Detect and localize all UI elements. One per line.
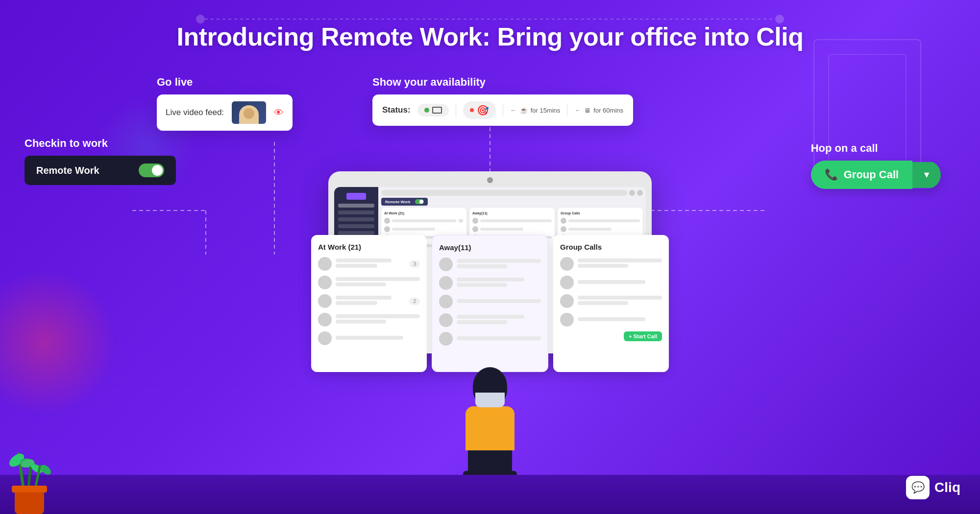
away-avatar-5 bbox=[439, 332, 453, 346]
atwork-line-2b bbox=[336, 282, 386, 286]
monitor-duration: for 60mins bbox=[593, 107, 623, 114]
gc-row-1 bbox=[560, 257, 662, 271]
status-online-btn[interactable] bbox=[417, 104, 449, 117]
app-col-atwork-title: At Work (21) bbox=[384, 211, 464, 215]
cliq-logo-text: Cliq bbox=[934, 480, 960, 495]
call-section: Hop on a call 📞 Group Call ▼ bbox=[811, 142, 941, 189]
gc-avatar-4 bbox=[560, 313, 574, 327]
checkin-label: Checkin to work bbox=[24, 137, 176, 150]
atwork-line-5a bbox=[336, 336, 403, 340]
atwork-avatar-5 bbox=[318, 331, 332, 345]
app-gc-row-1 bbox=[561, 218, 640, 224]
plant-decoration bbox=[15, 490, 44, 514]
gc-line-2a bbox=[578, 280, 645, 284]
app-away-row-2 bbox=[472, 226, 552, 232]
golive-section: Go live Live video feed: 👁 bbox=[157, 76, 293, 131]
monitor-camera bbox=[487, 177, 493, 183]
groupcalls-card-title: Group Calls bbox=[560, 243, 662, 251]
atwork-row-3: 2 bbox=[318, 294, 420, 308]
sidebar-item-2 bbox=[338, 210, 374, 214]
atwork-line-1a bbox=[336, 258, 392, 262]
plant-pot bbox=[15, 490, 44, 514]
page-title: Introducing Remote Work: Bring your offi… bbox=[0, 22, 980, 51]
monitor-away-icon: 🖥 bbox=[584, 107, 590, 114]
coffee-icon: ☕ bbox=[520, 107, 528, 114]
checkin-box: Remote Work bbox=[24, 156, 176, 185]
gc-line-4a bbox=[578, 317, 645, 321]
app-topbar-icon2 bbox=[637, 190, 643, 196]
atwork-line-3b bbox=[336, 301, 377, 305]
arrow-icon2: ← bbox=[574, 106, 581, 114]
app-search bbox=[381, 190, 627, 196]
target-icon: 🎯 bbox=[477, 104, 489, 116]
away-line-4a bbox=[457, 315, 524, 319]
gc-line-3a bbox=[578, 296, 662, 300]
away-row-3 bbox=[439, 295, 541, 308]
gc-row-2 bbox=[560, 276, 662, 289]
gc-line-1a bbox=[578, 258, 662, 262]
cliq-chat-icon: 💬 bbox=[911, 481, 925, 494]
status-monitor-icon bbox=[432, 107, 442, 114]
gc-avatar-1 bbox=[560, 257, 574, 271]
status-section-label: Show your availability bbox=[372, 76, 633, 89]
status-text-label: Status: bbox=[382, 105, 411, 115]
gc-action-btn[interactable]: + Start Call bbox=[624, 331, 662, 341]
away-line-3a bbox=[457, 299, 541, 303]
app-row-2 bbox=[384, 226, 464, 232]
atwork-line-3a bbox=[336, 296, 392, 300]
gc-avatar-3 bbox=[560, 294, 574, 308]
status-target-btn[interactable]: 🎯 bbox=[463, 101, 496, 119]
gc-row-4 bbox=[560, 313, 662, 327]
checkin-box-text: Remote Work bbox=[36, 165, 99, 176]
away-line-2a bbox=[457, 278, 524, 281]
atwork-avatar-3 bbox=[318, 294, 332, 308]
app-remote-toggle bbox=[415, 199, 424, 204]
group-call-dropdown-btn[interactable]: ▼ bbox=[912, 162, 941, 188]
sidebar-item-4 bbox=[338, 224, 374, 228]
atwork-row-5 bbox=[318, 331, 420, 345]
golive-label: Go live bbox=[157, 76, 293, 89]
app-topbar bbox=[381, 190, 643, 196]
status-box: Status: 🎯 ← ☕ for 15mins ← 🖥 for 60mins bbox=[372, 94, 633, 126]
cliq-icon: 💬 bbox=[906, 476, 930, 499]
atwork-avatar-4 bbox=[318, 313, 332, 327]
away-line-4b bbox=[457, 320, 507, 324]
app-gc-row-2 bbox=[561, 226, 640, 232]
atwork-line-4a bbox=[336, 314, 420, 318]
atwork-badge-2: 2 bbox=[409, 298, 420, 305]
atwork-card: At Work (21) 3 2 bbox=[311, 235, 427, 372]
app-remote-work-text: Remote Work bbox=[385, 200, 410, 204]
atwork-row-2 bbox=[318, 276, 420, 289]
app-remote-work-row: Remote Work bbox=[381, 198, 428, 206]
away-row-1 bbox=[439, 257, 541, 271]
sidebar-item-5 bbox=[338, 231, 374, 235]
away-line-2b bbox=[457, 283, 507, 287]
groupcalls-card: Group Calls bbox=[553, 235, 669, 372]
away-avatar-4 bbox=[439, 313, 453, 327]
remote-work-toggle[interactable] bbox=[139, 164, 164, 177]
atwork-line-1b bbox=[336, 264, 377, 268]
coffee-duration: for 15mins bbox=[531, 107, 561, 114]
app-away-row-1 bbox=[472, 218, 552, 224]
status-monitor-away-item[interactable]: ← 🖥 for 60mins bbox=[574, 106, 623, 114]
gc-avatar-2 bbox=[560, 276, 574, 289]
person-body bbox=[466, 406, 514, 450]
chevron-down-icon: ▼ bbox=[922, 170, 931, 180]
group-call-main-btn[interactable]: 📞 Group Call bbox=[811, 161, 912, 189]
away-row-4 bbox=[439, 313, 541, 327]
floor bbox=[0, 475, 980, 514]
group-call-label: Group Call bbox=[844, 168, 899, 181]
away-row-2 bbox=[439, 276, 541, 290]
group-call-button-wrapper: 📞 Group Call ▼ bbox=[811, 161, 941, 189]
atwork-row-1: 3 bbox=[318, 257, 420, 271]
app-col-groupcalls-title: Group Calls bbox=[561, 211, 640, 215]
atwork-badge-1: 3 bbox=[409, 260, 420, 268]
gc-line-1b bbox=[578, 264, 628, 268]
away-avatar-1 bbox=[439, 257, 453, 271]
golive-text: Live video feed: bbox=[166, 108, 224, 117]
away-line-1a bbox=[457, 259, 541, 263]
sidebar-item-1 bbox=[338, 204, 374, 208]
hopcall-label: Hop on a call bbox=[811, 142, 941, 155]
status-divider3 bbox=[567, 104, 567, 116]
status-coffee-item[interactable]: ← ☕ for 15mins bbox=[510, 106, 561, 114]
